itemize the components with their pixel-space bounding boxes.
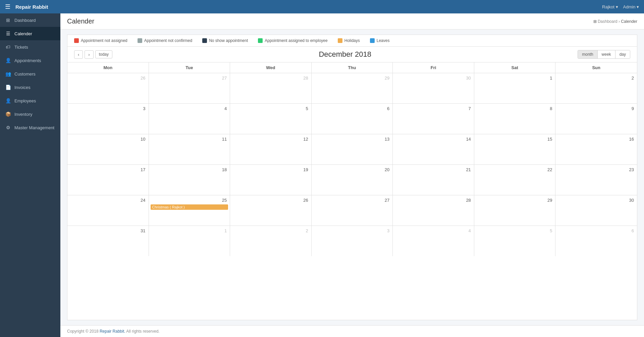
cal-cell-r1c1[interactable]: 4 [149,104,230,134]
cal-cell-r4c5[interactable]: 29 [474,195,556,226]
cal-cell-r4c3[interactable]: 27 [312,195,393,226]
cal-cell-r3c1[interactable]: 18 [149,165,230,195]
footer-link[interactable]: Repair Rabbit. [100,329,125,334]
cell-date-r0c6: 2 [557,75,635,81]
cal-cell-r0c2[interactable]: 28 [230,73,312,103]
cal-cell-r0c4[interactable]: 30 [393,73,474,103]
cal-cell-r0c0[interactable]: 26 [67,73,149,103]
cal-cell-r3c3[interactable]: 20 [312,165,393,195]
cal-cell-r1c3[interactable]: 6 [312,104,393,134]
legend-label-no-show: No show appointment [209,38,248,43]
breadcrumb-home-link[interactable]: Dashboard [598,19,618,24]
cal-cell-r4c6[interactable]: 30 [555,195,637,226]
breadcrumb-home-icon: ⊞ [593,19,597,24]
cal-cell-r5c5[interactable]: 5 [474,226,556,256]
cal-cell-r3c4[interactable]: 21 [393,165,474,195]
cal-cell-r3c2[interactable]: 19 [230,165,312,195]
cell-date-r1c2: 5 [232,105,310,112]
sidebar-item-master-management[interactable]: ⚙Master Management [0,121,60,134]
cal-cell-r0c6[interactable]: 2 [555,73,637,103]
breadcrumb: ⊞ Dashboard › Calender [593,19,637,24]
hamburger-icon[interactable]: ☰ [5,3,10,10]
sidebar-icon-dashboard: ⊞ [5,17,11,23]
location-selector[interactable]: Rajkot ▾ [602,4,618,9]
cal-cell-r3c5[interactable]: 22 [474,165,556,195]
page-header: Calender ⊞ Dashboard › Calender [60,13,644,30]
legend-item-leaves: Leaves [370,38,390,43]
cal-cell-r5c4[interactable]: 4 [393,226,474,256]
cal-cell-r1c5[interactable]: 8 [474,104,556,134]
sidebar-item-appointments[interactable]: 👤Appointments [0,54,60,67]
view-btn-month[interactable]: month [578,50,597,58]
sidebar-icon-master-management: ⚙ [5,125,11,130]
sidebar-label-invoices: Invoices [14,85,31,90]
cell-date-r3c4: 21 [394,166,472,173]
cal-cell-r2c5[interactable]: 15 [474,134,556,164]
cal-cell-r2c2[interactable]: 12 [230,134,312,164]
sidebar: ⊞Dashboard☰Calender🏷Tickets👤Appointments… [0,13,60,337]
cal-cell-r4c4[interactable]: 28 [393,195,474,226]
cal-cell-r2c0[interactable]: 10 [67,134,149,164]
sidebar-item-calender[interactable]: ☰Calender [0,27,60,40]
sidebar-label-inventory: Inventory [14,112,32,117]
sidebar-item-invoices[interactable]: 📄Invoices [0,81,60,94]
next-button[interactable]: › [85,50,93,59]
cal-cell-r5c1[interactable]: 1 [149,226,230,256]
sidebar-icon-invoices: 📄 [5,85,11,90]
cal-cell-r2c4[interactable]: 14 [393,134,474,164]
calendar-body: 2627282930123456789101112131415161718192… [67,73,637,256]
cal-header-tue: Tue [149,62,230,73]
cal-cell-r0c3[interactable]: 29 [312,73,393,103]
sidebar-icon-tickets: 🏷 [5,44,11,50]
sidebar-item-dashboard[interactable]: ⊞Dashboard [0,13,60,27]
cell-date-r3c0: 17 [69,166,147,173]
cal-header-fri: Fri [393,62,474,73]
cell-date-r5c4: 4 [394,228,472,234]
cal-cell-r1c6[interactable]: 9 [555,104,637,134]
cal-cell-r5c0[interactable]: 31 [67,226,149,256]
cal-cell-r4c2[interactable]: 26 [230,195,312,226]
sidebar-icon-calender: ☰ [5,31,11,36]
cal-cell-r2c6[interactable]: 16 [555,134,637,164]
today-button[interactable]: today [95,50,112,58]
sidebar-item-customers[interactable]: 👥Customers [0,67,60,81]
cal-cell-r5c6[interactable]: 6 [555,226,637,256]
cal-cell-r3c6[interactable]: 23 [555,165,637,195]
view-btn-day[interactable]: day [615,50,630,58]
cal-cell-r5c2[interactable]: 2 [230,226,312,256]
cal-cell-r2c1[interactable]: 11 [149,134,230,164]
cell-date-r3c5: 22 [476,166,554,173]
cal-event-r4c1e0[interactable]: Christmas ( Rajkot ) [151,204,228,210]
sidebar-item-inventory[interactable]: 📦Inventory [0,107,60,121]
app-title: Repair Rabbit [15,4,48,10]
cal-cell-r4c1[interactable]: 25Christmas ( Rajkot ) [149,195,230,226]
cal-cell-r5c3[interactable]: 3 [312,226,393,256]
main-layout: ⊞Dashboard☰Calender🏷Tickets👤Appointments… [0,13,644,337]
cal-cell-r1c2[interactable]: 5 [230,104,312,134]
cal-cell-r3c0[interactable]: 17 [67,165,149,195]
cal-cell-r1c0[interactable]: 3 [67,104,149,134]
cell-date-r0c0: 26 [69,75,147,81]
cal-cell-r4c0[interactable]: 24 [67,195,149,226]
cal-cell-r0c1[interactable]: 27 [149,73,230,103]
cal-row-4: 2425Christmas ( Rajkot )2627282930 [67,195,637,226]
view-buttons: monthweekday [578,50,630,59]
cell-date-r5c1: 1 [151,228,228,234]
sidebar-icon-employees: 👤 [5,98,11,103]
cell-date-r0c3: 29 [313,75,391,81]
cell-date-r4c6: 30 [557,197,635,203]
cal-cell-r0c5[interactable]: 1 [474,73,556,103]
cell-date-r0c5: 1 [476,75,554,81]
sidebar-item-tickets[interactable]: 🏷Tickets [0,40,60,54]
cal-row-3: 17181920212223 [67,165,637,195]
cal-cell-r2c3[interactable]: 13 [312,134,393,164]
cell-date-r1c0: 3 [69,105,147,112]
calendar-nav: ‹ › today [74,50,112,59]
cal-row-2: 10111213141516 [67,134,637,165]
legend-color-leaves [370,38,375,43]
cal-cell-r1c4[interactable]: 7 [393,104,474,134]
prev-button[interactable]: ‹ [74,50,83,59]
sidebar-item-employees[interactable]: 👤Employees [0,94,60,107]
view-btn-week[interactable]: week [598,50,615,58]
admin-selector[interactable]: Admin ▾ [623,4,639,9]
